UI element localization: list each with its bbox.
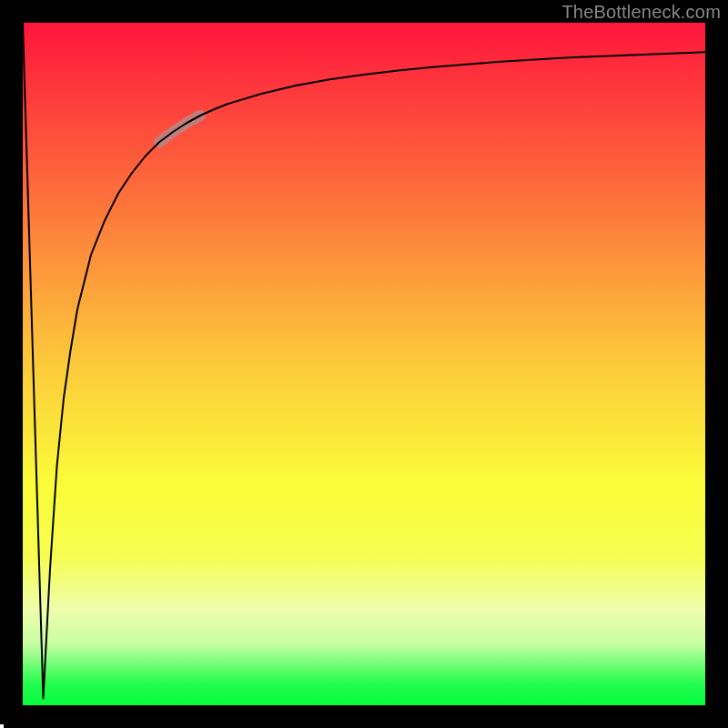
watermark: TheBottleneck.com — [561, 2, 721, 23]
chart-svg — [0, 0, 728, 728]
chart-root: TheBottleneck.com — [0, 0, 728, 728]
corner-notch — [0, 724, 4, 728]
chart-plot-area — [23, 23, 705, 705]
